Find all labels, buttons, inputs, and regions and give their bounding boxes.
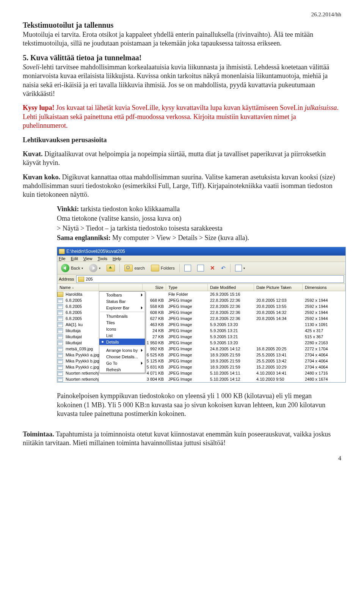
- folder-icon: [59, 249, 65, 254]
- file-type-cell: JPEG Image: [166, 371, 208, 375]
- explorer-screenshot: E:\heidin\Soveli205\kuvat205 File Edit V…: [57, 247, 346, 383]
- file-type-cell: JPEG Image: [166, 298, 208, 303]
- address-label: Address: [59, 277, 74, 281]
- image-file-icon: [57, 328, 63, 333]
- view-menu-item[interactable]: Details: [99, 339, 145, 345]
- address-input[interactable]: 205: [76, 275, 344, 283]
- column-size[interactable]: Size: [143, 284, 166, 291]
- file-date-cell: 22.8.2005 22:36: [208, 316, 254, 321]
- column-dimensions[interactable]: Dimensions: [303, 284, 345, 291]
- sama-englanniksi-label: Sama englanniksi:: [57, 234, 111, 242]
- delete-button[interactable]: ✕: [208, 264, 217, 273]
- file-taken-cell: 4.10.2003 14:41: [254, 371, 303, 375]
- back-icon: [61, 264, 69, 272]
- menu-file[interactable]: File: [59, 256, 66, 261]
- file-taken-cell: 16.8.2005 20:25: [254, 347, 303, 351]
- address-value: 205: [86, 277, 93, 281]
- kuvat-paragraph: Kuvat. Digitaalikuvat ovat helpoimpia ja…: [23, 150, 341, 168]
- explorer-titlebar: E:\heidin\Soveli205\kuvat205: [57, 247, 345, 256]
- file-taken-cell: 25.5.2005 13:42: [254, 359, 303, 363]
- file-type-cell: JPEG Image: [166, 347, 208, 351]
- file-name-cell: metsä_039.jpg: [63, 347, 99, 351]
- image-file-icon: [57, 322, 63, 327]
- section2-p1: Soveli-lehti tarvitsee mahdollisimman ko…: [23, 63, 341, 99]
- folder-icon: [78, 277, 84, 282]
- column-date-taken[interactable]: Date Picture Taken: [254, 284, 303, 291]
- forward-button[interactable]: ▾: [87, 264, 103, 273]
- view-menu-item[interactable]: Arrange Icons by: [99, 347, 145, 353]
- image-file-icon: [57, 316, 63, 321]
- move-to-button[interactable]: [182, 264, 193, 273]
- file-taken-cell: 20.8.2005 14:32: [254, 310, 303, 315]
- file-dimensions-cell: 2480 x 1716: [303, 371, 345, 375]
- menu-tools[interactable]: Tools: [97, 256, 107, 261]
- file-name-cell: 6.8.2005: [63, 298, 99, 303]
- column-name[interactable]: Name▵: [57, 284, 99, 291]
- file-size-cell: 992 KB: [143, 347, 166, 351]
- view-menu-item[interactable]: Thumbnails: [99, 313, 145, 319]
- file-dimensions-cell: 2592 x 1944: [303, 304, 345, 309]
- vinkki-line2: Oma tietokone (valitse kansio, jossa kuv…: [57, 214, 334, 223]
- file-type-cell: JPEG Image: [166, 334, 208, 339]
- file-type-cell: JPEG Image: [166, 310, 208, 315]
- column-date-modified[interactable]: Date Modified: [208, 284, 254, 291]
- view-menu-item[interactable]: Toolbars: [99, 292, 145, 298]
- forward-icon: [89, 264, 97, 272]
- toolbar-separator: [179, 264, 180, 272]
- file-taken-cell: 20.8.2005 13:55: [254, 304, 303, 309]
- column-type[interactable]: Type: [166, 284, 208, 291]
- view-menu-item[interactable]: Go To: [99, 360, 145, 366]
- views-button[interactable]: ▾: [233, 264, 247, 273]
- view-menu-item[interactable]: Choose Details...: [99, 353, 145, 360]
- file-name-cell: liikuttajat: [63, 334, 99, 339]
- view-menu-item[interactable]: Refresh: [99, 366, 145, 373]
- up-button[interactable]: [104, 264, 117, 273]
- kysy-lupa-a: Jos kuvaat tai lähetät kuvia SoveLille, …: [55, 104, 305, 111]
- file-size-cell: 463 KB: [143, 322, 166, 327]
- section1-paragraph: Muotoiluja ei tarvita. Erota otsikot ja …: [23, 30, 341, 48]
- file-dimensions-cell: 2592 x 1944: [303, 310, 345, 315]
- section1-title: Tekstimuotoilut ja tallennus: [23, 21, 341, 30]
- julkaisuissa-italic: julkaisuissa: [304, 104, 337, 111]
- chevron-down-icon: ▾: [243, 267, 245, 270]
- undo-button[interactable]: ↶: [219, 264, 228, 273]
- image-file-icon: [57, 371, 63, 376]
- view-menu-item[interactable]: Explorer Bar: [99, 304, 145, 311]
- file-type-cell: File Folder: [166, 292, 208, 297]
- toimintaa-label: Toimintaa.: [23, 430, 54, 438]
- back-label: Back: [71, 266, 80, 270]
- file-size-cell: 4 071 KB: [143, 371, 166, 375]
- view-menu-item[interactable]: Icons: [99, 326, 145, 332]
- view-menu-item[interactable]: List: [99, 332, 145, 339]
- view-menu-item[interactable]: Status Bar: [99, 298, 145, 304]
- image-file-icon: [57, 353, 63, 358]
- kuvan-koko-label: Kuvan koko.: [23, 173, 60, 181]
- folders-button[interactable]: Folders: [149, 264, 177, 273]
- folder-icon: [57, 292, 63, 297]
- menu-edit[interactable]: Edit: [71, 256, 78, 261]
- folders-label: Folders: [161, 266, 175, 270]
- file-name-cell: Mika Pyykkö c.jpg: [63, 365, 99, 369]
- file-type-cell: JPEG Image: [166, 365, 208, 369]
- search-button[interactable]: earch: [122, 264, 147, 273]
- table-row[interactable]: Nuorten retkenohjaajakurs...3 804 KBJPEG…: [57, 376, 345, 382]
- file-type-cell: JPEG Image: [166, 377, 208, 381]
- section2-title: 5. Kuva välittää tietoa ja tunnelmaa!: [23, 53, 341, 62]
- back-button[interactable]: Back ▾: [59, 264, 85, 273]
- folders-icon: [151, 265, 159, 271]
- copy-to-button[interactable]: [195, 264, 206, 273]
- document-date: 26.2.2014/hh: [23, 11, 341, 18]
- kysy-lupa-paragraph: Kysy lupa! Jos kuvaat tai lähetät kuvia …: [23, 104, 341, 130]
- kuvat-label: Kuvat.: [23, 150, 43, 158]
- file-type-cell: JPEG Image: [166, 328, 208, 333]
- painokelpoisen-paragraph: Painokelpoisen kymppikuvan tiedostokoko …: [57, 392, 334, 418]
- view-menu-item[interactable]: Tiles: [99, 319, 145, 326]
- image-file-icon: [57, 365, 63, 370]
- image-file-icon: [57, 340, 63, 345]
- menu-view[interactable]: View: [83, 256, 93, 261]
- menu-help[interactable]: Help: [113, 256, 121, 261]
- file-dimensions-cell: 425 x 317: [303, 328, 345, 333]
- search-icon: [124, 265, 133, 271]
- search-label: earch: [134, 266, 145, 270]
- toolbar-separator: [230, 264, 231, 272]
